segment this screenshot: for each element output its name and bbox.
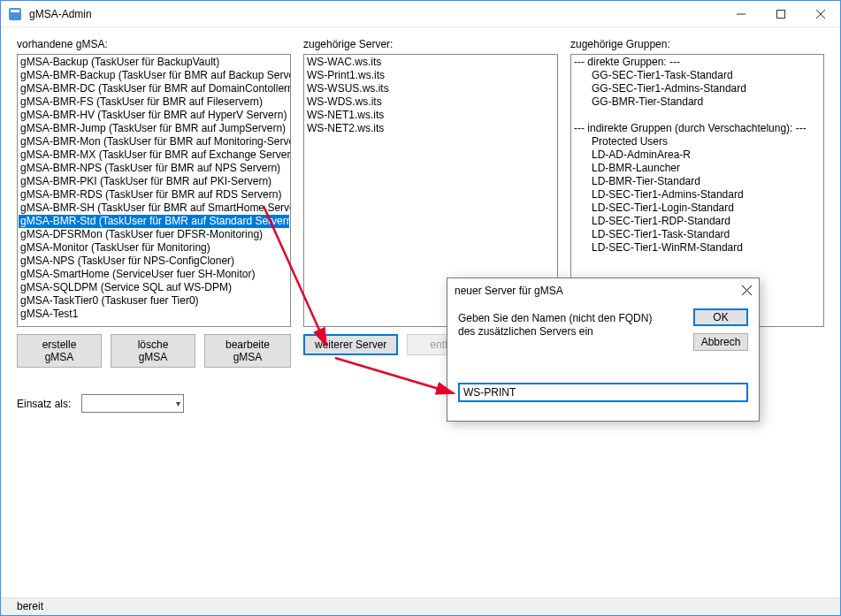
einsatz-combo[interactable]: ▾	[81, 394, 184, 413]
list-item[interactable]: gMSA-BMR-PKI (TaskUser für BMR auf PKI-S…	[19, 175, 289, 188]
list-item[interactable]: WS-WDS.ws.its	[305, 95, 556, 109]
list-item[interactable]: gMSA-TaskTier0 (Taskuser fuer Tier0)	[19, 294, 289, 308]
list-item[interactable]: WS-NET1.ws.its	[305, 109, 556, 122]
list-item[interactable]: LD-BMR-Launcher	[572, 162, 822, 175]
chevron-down-icon: ▾	[176, 399, 180, 408]
list-item[interactable]: gMSA-BMR-FS (TaskUser für BMR auf Filese…	[19, 95, 289, 109]
list-item[interactable]: GG-SEC-Tier1-Task-Standard	[572, 69, 822, 82]
list-item[interactable]: Protected Users	[572, 135, 822, 148]
list-item[interactable]: LD-SEC-Tier1-RDP-Standard	[572, 215, 822, 228]
list-item[interactable]: --- direkte Gruppen: ---	[572, 56, 822, 69]
list-item[interactable]	[572, 109, 822, 122]
list-item[interactable]: LD-AD-AdminArea-R	[572, 148, 822, 162]
list-item[interactable]: WS-Print1.ws.its	[305, 69, 556, 82]
svg-rect-3	[776, 10, 784, 18]
close-icon	[816, 10, 825, 19]
maximize-icon	[776, 10, 785, 19]
create-gmsa-button[interactable]: erstelle gMSA	[17, 334, 102, 368]
close-button[interactable]	[800, 1, 840, 27]
list-item[interactable]: gMSA-BMR-Backup (TaskUser für BMR auf Ba…	[19, 69, 289, 82]
gmsa-list-label: vorhandene gMSA:	[17, 38, 291, 50]
dialog-titlebar: neuer Server für gMSA	[447, 278, 759, 303]
list-item[interactable]: gMSA-SQLDPM (Service SQL auf WS-DPM)	[19, 281, 289, 294]
list-item[interactable]: GG-SEC-Tier1-Admins-Standard	[572, 82, 822, 95]
minimize-button[interactable]	[721, 1, 761, 27]
app-icon	[8, 7, 22, 21]
window-title: gMSA-Admin	[29, 8, 721, 20]
list-item[interactable]: gMSA-BMR-DC (TaskUser für BMR auf Domain…	[19, 82, 289, 95]
status-bar: bereit	[1, 597, 840, 615]
titlebar: gMSA-Admin	[1, 1, 840, 27]
list-item[interactable]: gMSA-BMR-SH (TaskUser für BMR auf SmartH…	[19, 202, 289, 215]
dialog-message: Geben Sie den Namen (nicht den FQDN) des…	[458, 312, 661, 338]
delete-gmsa-button[interactable]: lösche gMSA	[111, 334, 195, 368]
server-list-label: zugehörige Server:	[303, 38, 558, 50]
list-item[interactable]: LD-SEC-Tier1-Admins-Standard	[572, 188, 822, 202]
einsatz-label: Einsatz als:	[17, 398, 71, 410]
add-server-button[interactable]: weiterer Server	[303, 334, 398, 355]
list-item[interactable]: LD-SEC-Tier1-Task-Standard	[572, 228, 822, 241]
dialog-ok-button[interactable]: OK	[693, 308, 748, 326]
dialog-close-button[interactable]	[725, 284, 752, 298]
list-item[interactable]: gMSA-BMR-HV (TaskUser für BMR auf HyperV…	[19, 109, 289, 122]
maximize-button[interactable]	[761, 1, 800, 27]
dialog-title: neuer Server für gMSA	[455, 285, 725, 297]
dialog-server-input[interactable]	[458, 383, 748, 402]
list-item[interactable]: WS-WSUS.ws.its	[305, 82, 556, 95]
list-item[interactable]: --- indirekte Gruppen (durch Verschachte…	[572, 122, 822, 135]
svg-rect-1	[11, 10, 19, 12]
list-item[interactable]: LD-BMR-Tier-Standard	[572, 175, 822, 188]
status-text: bereit	[17, 600, 43, 612]
minimize-icon	[737, 10, 745, 19]
list-item[interactable]: gMSA-DFSRMon (TaskUser fuer DFSR-Monitor…	[19, 228, 289, 241]
edit-gmsa-button[interactable]: bearbeite gMSA	[204, 334, 291, 368]
list-item[interactable]: WS-NET2.ws.its	[305, 122, 556, 135]
list-item[interactable]: gMSA-BMR-Jump (TaskUser für BMR auf Jump…	[19, 122, 289, 135]
list-item[interactable]: gMSA-BMR-RDS (TaskUser für BMR auf RDS S…	[19, 188, 289, 202]
list-item[interactable]: LD-SEC-Tier1-Login-Standard	[572, 202, 822, 215]
dialog-cancel-button[interactable]: Abbrech	[693, 333, 748, 351]
list-item[interactable]: gMSA-NPS (TaskUser für NPS-ConfigCloner)	[19, 255, 289, 268]
new-server-dialog: neuer Server für gMSA Geben Sie den Name…	[447, 278, 760, 422]
close-icon	[742, 285, 752, 295]
list-item[interactable]: gMSA-BMR-NPS (TaskUser für BMR auf NPS S…	[19, 162, 289, 175]
group-list-label: zugehörige Gruppen:	[570, 38, 824, 50]
list-item[interactable]: gMSA-BMR-Std (TaskUser für BMR auf Stand…	[19, 215, 289, 228]
list-item[interactable]: gMSA-Test1	[19, 308, 289, 321]
list-item[interactable]: gMSA-Backup (TaskUser für BackupVault)	[19, 56, 289, 69]
list-item[interactable]: GG-BMR-Tier-Standard	[572, 95, 822, 109]
list-item[interactable]: gMSA-SmartHome (ServiceUser fuer SH-Moni…	[19, 268, 289, 281]
gmsa-listbox[interactable]: gMSA-Backup (TaskUser für BackupVault)gM…	[17, 54, 291, 327]
list-item[interactable]: LD-SEC-Tier1-WinRM-Standard	[572, 241, 822, 255]
list-item[interactable]: gMSA-Monitor (TaskUser für Monitoring)	[19, 241, 289, 255]
list-item[interactable]: gMSA-BMR-Mon (TaskUser für BMR auf Monit…	[19, 135, 289, 148]
list-item[interactable]: gMSA-BMR-MX (TaskUser für BMR auf Exchan…	[19, 148, 289, 162]
list-item[interactable]: WS-WAC.ws.its	[305, 56, 556, 69]
